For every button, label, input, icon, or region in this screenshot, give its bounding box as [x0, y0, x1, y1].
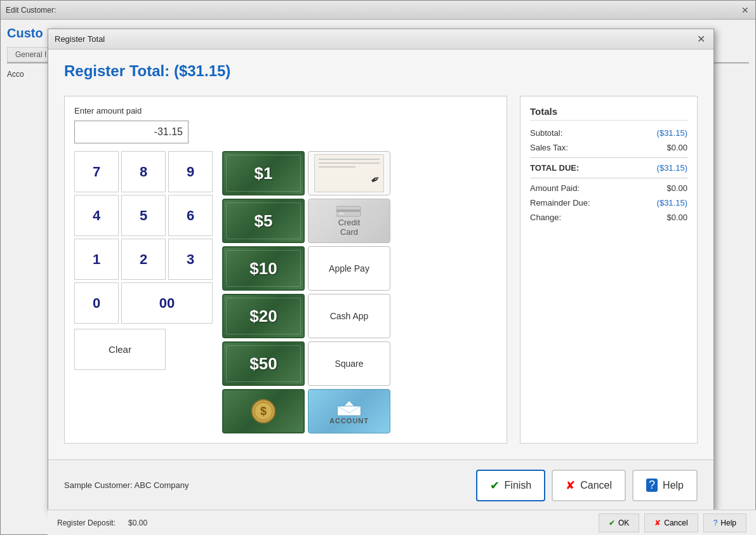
- totals-divider-1: [530, 157, 687, 158]
- dollar5-button[interactable]: $5: [222, 199, 305, 243]
- dollar50-button[interactable]: $50: [222, 341, 305, 386]
- keypad-1[interactable]: 1: [74, 239, 119, 280]
- payment-buttons: $1 ✒: [222, 151, 390, 433]
- cancel-label: Cancel: [580, 480, 612, 491]
- credit-card-button[interactable]: Credit Card: [308, 199, 390, 243]
- bg-cancel-x-icon: ✘: [654, 518, 661, 527]
- help-button[interactable]: ? Help: [632, 470, 698, 501]
- check-line-2: [319, 162, 380, 164]
- totals-heading: Totals: [530, 106, 687, 121]
- cash-app-button[interactable]: Cash App: [308, 294, 390, 338]
- keypad: 7 8 9 4 5 6 1 2 3: [74, 151, 213, 433]
- dollar50-label: $50: [249, 354, 277, 374]
- cash-app-label: Cash App: [330, 311, 369, 321]
- keypad-2[interactable]: 2: [121, 239, 166, 280]
- keypad-9[interactable]: 9: [168, 151, 213, 192]
- payment-row-4: $20 Cash App: [222, 294, 390, 338]
- background-bottom-bar: Register Deposit: $0.00 ✔ OK ✘ Cancel ? …: [48, 510, 756, 535]
- account-button[interactable]: ACCOUNT: [308, 389, 390, 433]
- bg-help-label: Help: [720, 518, 736, 527]
- finish-label: Finish: [505, 480, 532, 491]
- square-button[interactable]: Square: [308, 341, 390, 386]
- customer-name: Sample Customer: ABC Company: [64, 480, 189, 490]
- keypad-00[interactable]: 00: [121, 282, 213, 324]
- dollar10-button[interactable]: $10: [222, 246, 305, 291]
- change-row: Change: $0.00: [530, 213, 687, 222]
- dollar5-label: $5: [255, 211, 273, 231]
- keypad-5[interactable]: 5: [121, 195, 166, 236]
- dollar1-button[interactable]: $1: [222, 151, 305, 195]
- background-title-bar: Edit Customer: ✕: [1, 1, 755, 20]
- keypad-row-3: 1 2 3: [74, 239, 213, 280]
- remainder-due-row: Remainder Due: ($31.15): [530, 198, 687, 208]
- payment-row-2: $5 Credit Card: [222, 199, 390, 243]
- modal-close-button[interactable]: ✕: [694, 33, 707, 46]
- cancel-button[interactable]: ✘ Cancel: [552, 470, 626, 501]
- keypad-4[interactable]: 4: [74, 195, 119, 236]
- amount-paid-label: Amount Paid:: [530, 183, 580, 193]
- footer-buttons: ✔ Finish ✘ Cancel ? Help: [476, 470, 698, 501]
- sales-tax-row: Sales Tax: $0.00: [530, 143, 687, 152]
- modal-title: Register Total: [55, 34, 105, 44]
- bg-help-button[interactable]: ? Help: [703, 513, 746, 532]
- bg-cancel-label: Cancel: [664, 518, 687, 527]
- keypad-6[interactable]: 6: [168, 195, 213, 236]
- help-label: Help: [663, 480, 684, 491]
- background-title: Edit Customer:: [6, 6, 56, 15]
- apple-pay-label: Apple Pay: [329, 263, 369, 274]
- sales-tax-label: Sales Tax:: [530, 143, 568, 152]
- payment-row-3: $10 Apple Pay: [222, 246, 390, 291]
- bg-cancel-button[interactable]: ✘ Cancel: [644, 513, 698, 532]
- keypad-row-clear: Clear: [74, 326, 213, 370]
- dollar20-button[interactable]: $20: [222, 294, 305, 338]
- register-deposit-value: $0.00: [128, 518, 147, 527]
- apple-pay-button[interactable]: Apple Pay: [308, 246, 390, 291]
- heading-amount: ($31.15): [174, 62, 230, 79]
- payment-row-6: $ ACCOUNT: [222, 389, 390, 433]
- finish-check-icon: ✔: [490, 479, 500, 492]
- dollar1-label: $1: [255, 164, 273, 183]
- change-label: Change:: [530, 213, 561, 222]
- account-icon: [333, 398, 365, 417]
- cancel-x-icon: ✘: [566, 479, 575, 492]
- modal-body: Register Total: ($31.15) Enter amount pa…: [48, 50, 713, 456]
- bg-bottom-buttons: ✔ OK ✘ Cancel ? Help: [599, 513, 746, 532]
- payment-row-1: $1 ✒: [222, 151, 390, 195]
- dollar20-label: $20: [249, 307, 277, 326]
- amount-paid-value: $0.00: [666, 183, 687, 193]
- background-close-icon[interactable]: ✕: [740, 5, 750, 15]
- svg-rect-7: [338, 406, 361, 416]
- clear-button[interactable]: Clear: [74, 329, 166, 370]
- totals-panel: Totals Subtotal: ($31.15) Sales Tax: $0.…: [520, 96, 698, 444]
- account-label: ACCOUNT: [329, 417, 369, 425]
- keypad-and-buttons: 7 8 9 4 5 6 1 2 3: [74, 151, 497, 433]
- remainder-due-value: ($31.15): [657, 198, 687, 208]
- amount-input[interactable]: [74, 121, 189, 143]
- total-due-value: ($31.15): [657, 163, 687, 173]
- amount-paid-row: Amount Paid: $0.00: [530, 183, 687, 193]
- keypad-3[interactable]: 3: [168, 239, 213, 280]
- total-due-label: TOTAL DUE:: [530, 163, 579, 173]
- keypad-8[interactable]: 8: [121, 151, 166, 192]
- keypad-0[interactable]: 0: [74, 282, 119, 324]
- subtotal-value: ($31.15): [657, 128, 687, 138]
- dollar-coin-button[interactable]: $: [222, 389, 305, 433]
- keypad-row-2: 4 5 6: [74, 195, 213, 236]
- svg-rect-1: [336, 209, 361, 212]
- svg-text:$: $: [260, 405, 267, 418]
- finish-button[interactable]: ✔ Finish: [476, 470, 546, 501]
- check-button[interactable]: ✒: [308, 151, 390, 195]
- keypad-7[interactable]: 7: [74, 151, 119, 192]
- main-content: Enter amount paid 7 8 9 4 5 6: [64, 96, 698, 444]
- keypad-row-1: 7 8 9: [74, 151, 213, 192]
- register-total-modal: Register Total ✕ Register Total: ($31.15…: [48, 29, 714, 511]
- check-line-1: [319, 159, 380, 160]
- left-panel: Enter amount paid 7 8 9 4 5 6: [64, 96, 507, 444]
- square-label: Square: [335, 359, 363, 369]
- bg-ok-button[interactable]: ✔ OK: [599, 513, 639, 532]
- payment-row-5: $50 Square: [222, 341, 390, 386]
- help-question-icon: ?: [646, 479, 658, 492]
- subtotal-label: Subtotal:: [530, 128, 562, 138]
- enter-amount-label: Enter amount paid: [74, 106, 497, 116]
- modal-title-bar: Register Total ✕: [48, 29, 713, 50]
